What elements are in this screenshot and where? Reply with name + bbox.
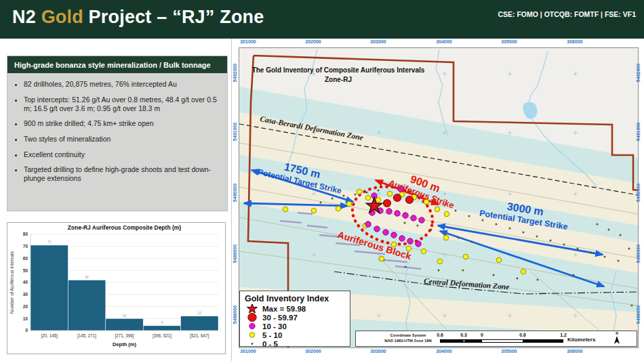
bullet-item: Two styles of mineralization [24, 135, 223, 144]
gold-point-10-30 [403, 213, 408, 218]
scale-number: 0.6 [432, 333, 448, 337]
circle-large-icon [245, 313, 260, 322]
circle-medium-icon [245, 322, 260, 331]
gold-point-10-30 [365, 221, 371, 227]
gold-point-0-5 [608, 229, 610, 231]
map-title-line2: Zone-RJ [325, 76, 352, 83]
gold-point-0-5 [604, 256, 606, 258]
bullet-item: Top intercepts: 51.26 g/t Au over 0.8 me… [24, 95, 223, 113]
gold-point-0-5 [471, 241, 473, 243]
gold-point-0-5 [331, 198, 334, 200]
svg-text:20: 20 [23, 304, 28, 309]
gold-point-0-5 [455, 210, 457, 212]
gold-point-5-10 [346, 201, 352, 207]
gold-point-5-10 [357, 189, 362, 194]
legend-item: 0 - 5 [245, 339, 346, 348]
gold-point-0-5 [597, 224, 599, 226]
coordinate-label: 304000 [430, 39, 458, 44]
gold-point-0-5 [493, 274, 495, 276]
gold-point-30-60 [394, 194, 401, 202]
svg-text:[271, 396]: [271, 396] [115, 333, 134, 339]
gold-point-0-5 [355, 194, 357, 196]
coordinate-label: 305000 [496, 349, 523, 354]
coordinate-label: 5492000 [233, 60, 237, 87]
gold-point-5-10 [444, 211, 449, 217]
depth-histogram-chart: 0102030405060708071[20, 145]42[145, 271]… [7, 223, 224, 352]
svg-text:[396, 521]: [396, 521] [153, 333, 172, 339]
gold-point-0-5 [577, 248, 579, 250]
gold-point-10-30 [411, 215, 416, 221]
star-icon [245, 304, 260, 313]
gold-point-0-5 [468, 215, 470, 217]
gold-point-10-30 [399, 236, 405, 241]
gold-point-0-5 [523, 232, 525, 234]
scale-number: 0 [474, 333, 490, 337]
histogram-bar [68, 280, 105, 331]
gold-point-5-10 [463, 254, 468, 259]
gold-point-0-5 [537, 279, 539, 281]
svg-text:[521, 647]: [521, 647] [190, 333, 209, 339]
svg-text:60: 60 [23, 256, 28, 261]
legend-item: 5 - 10 [245, 331, 346, 339]
gold-point-0-5 [550, 240, 552, 242]
coordinate-label: 5490000 [636, 179, 641, 207]
coordinate-label: 306000 [561, 349, 588, 354]
coordinate-label: 5489000 [636, 240, 641, 268]
gold-point-0-5 [430, 229, 432, 231]
bullet-item: Targeted drilling to define high-grade s… [24, 165, 223, 183]
scale-number: 0.3 [456, 333, 472, 337]
gold-point-5-10 [435, 207, 440, 212]
gold-point-10-30 [374, 226, 380, 232]
svg-text:Zone-RJ Auriferous Composite D: Zone-RJ Auriferous Composite Depth (m) [68, 224, 181, 231]
gold-point-5-10 [365, 195, 371, 200]
gold-point-10-30 [391, 232, 397, 238]
gold-point-0-5 [536, 236, 538, 238]
gold-point-5-10 [437, 259, 443, 264]
legend-item: Max = 59.98 [245, 304, 346, 313]
gold-point-0-5 [438, 270, 440, 272]
highlights-panel-title: High-grade bonanza style mineralization … [7, 56, 227, 73]
gold-point-10-30 [407, 238, 413, 244]
gold-point-30-60 [406, 196, 414, 204]
gold-point-5-10 [496, 257, 502, 263]
gold-point-10-30 [386, 209, 392, 214]
gold-point-5-10 [336, 206, 341, 211]
gold-point-0-5 [462, 270, 464, 272]
gold-point-0-5 [482, 219, 484, 221]
histogram-bar [143, 326, 180, 331]
title-gold-word: Gold [41, 7, 83, 27]
gold-point-0-5 [517, 278, 519, 280]
legend-item-label: 5 - 10 [262, 331, 282, 339]
legend-title: Gold Inventory Index [245, 294, 346, 303]
gold-point-0-5 [496, 224, 498, 226]
dot-icon [245, 339, 260, 348]
gold-point-30-60 [384, 200, 391, 207]
gold-point-0-5 [366, 192, 368, 194]
gold-point-0-5 [320, 202, 322, 204]
gold-point-5-10 [521, 269, 526, 274]
histogram-bar [181, 316, 218, 331]
coordinate-label: 305000 [496, 39, 523, 44]
coordinate-label: 301000 [235, 39, 262, 44]
coordinate-label: 5489000 [233, 240, 237, 268]
gold-point-0-5 [618, 260, 620, 262]
gold-point-5-10 [376, 197, 381, 203]
highlights-panel: High-grade bonanza style mineralization … [7, 56, 228, 211]
gold-point-0-5 [378, 190, 380, 192]
gold-point-0-5 [343, 195, 345, 197]
coordinate-label: 5490000 [233, 179, 237, 207]
coordinate-label: 304000 [430, 349, 458, 354]
gold-point-0-5 [563, 244, 565, 246]
svg-text:12: 12 [198, 311, 202, 315]
scale-number: 0.6 [515, 333, 531, 337]
svg-text:10: 10 [123, 314, 127, 318]
coordinate-label: 5491000 [636, 119, 641, 146]
legend-item-label: 30 - 59.97 [262, 314, 298, 322]
header-bar: N2 Gold Project – “RJ” Zone CSE: FOMO | … [0, 0, 644, 39]
gold-point-0-5 [573, 274, 575, 276]
map-title-line1: The Gold Inventory of Composite Aurifero… [252, 66, 425, 74]
gold-point-0-5 [628, 248, 630, 250]
gold-point-5-10 [311, 208, 317, 213]
scale-unit-label: Kilometers [567, 337, 595, 343]
depth-histogram-panel: 0102030405060708071[20, 145]42[145, 271]… [7, 222, 226, 354]
